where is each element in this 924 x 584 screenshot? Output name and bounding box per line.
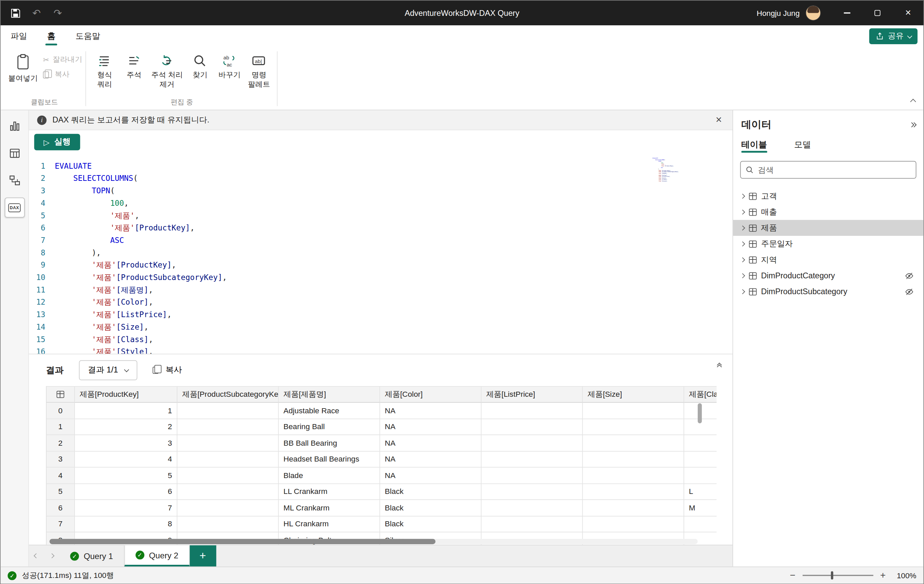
user-avatar[interactable]	[806, 5, 821, 21]
code-line[interactable]: 3 TOPN(	[29, 185, 733, 197]
code-line[interactable]: 4 100,	[29, 197, 733, 210]
menu-home[interactable]: 홈	[37, 25, 65, 46]
save-icon[interactable]	[7, 4, 24, 22]
column-header[interactable]: 제품[ProductKey]	[75, 387, 177, 402]
column-header[interactable]: 제품[ProductSubcategoryKey]	[177, 387, 279, 402]
search-input[interactable]	[758, 165, 911, 174]
table-item[interactable]: 제품	[733, 220, 923, 236]
user-name[interactable]: Hongju Jung	[757, 8, 800, 17]
tab-query-2[interactable]: ✓ Query 2	[124, 545, 190, 566]
table-item[interactable]: 고객	[733, 188, 923, 204]
ribbon-divider	[86, 51, 86, 106]
dax-query-view-icon[interactable]: DAX	[4, 197, 24, 217]
results-copy-button[interactable]: 복사	[152, 365, 182, 376]
run-button[interactable]: ▷ 실행	[34, 134, 80, 151]
banner-close-icon[interactable]: ×	[713, 114, 724, 126]
zoom-in-button[interactable]: +	[880, 570, 886, 581]
query-tabs-bar: ✓ Query 1 ✓ Query 2 +	[29, 545, 733, 567]
expand-chevron-icon[interactable]	[740, 226, 745, 230]
format-query-button[interactable]: 형식 쿼리	[90, 51, 119, 89]
uncomment-button[interactable]: 주석 처리 제거	[149, 51, 185, 89]
tab-model[interactable]: 모델	[794, 134, 811, 155]
code-line[interactable]: 1EVALUATE	[29, 160, 733, 172]
code-line[interactable]: 15 '제품'[Class],	[29, 333, 733, 346]
table-row[interactable]: 78HL CrankarmBlack	[46, 516, 717, 533]
zoom-out-button[interactable]: −	[790, 570, 795, 581]
table-row[interactable]: 01Adjustable RaceNA	[46, 403, 717, 419]
table-view-icon[interactable]	[4, 143, 24, 163]
expand-chevron-icon[interactable]	[740, 194, 745, 199]
code-line[interactable]: 16 '제품'[Style],	[29, 346, 733, 354]
code-line[interactable]: 9 '제품'[ProductKey],	[29, 259, 733, 271]
column-header[interactable]: 제품[Class]	[684, 387, 717, 402]
table-row[interactable]: 45BladeNA	[46, 468, 717, 484]
column-header[interactable]: 제품[Color]	[380, 387, 482, 402]
replace-button[interactable]: abac 바꾸기	[215, 51, 244, 80]
zoom-slider-thumb[interactable]	[831, 571, 833, 579]
table-row[interactable]: 23BB Ball BearingNA	[46, 435, 717, 452]
table-item[interactable]: 주문일자	[733, 236, 923, 251]
redo-icon[interactable]: ↷	[49, 4, 66, 22]
undo-icon[interactable]: ↶	[28, 4, 45, 22]
tab-tables[interactable]: 테이블	[741, 134, 767, 155]
comment-button[interactable]: 주석	[119, 51, 149, 80]
cut-button[interactable]: ✂ 잘라내기	[43, 55, 82, 65]
column-header[interactable]: 제품[Size]	[583, 387, 684, 402]
code-line[interactable]: 8 ),	[29, 246, 733, 259]
paste-button[interactable]: 붙여넣기	[7, 51, 40, 84]
report-view-icon[interactable]	[4, 116, 24, 136]
table-item[interactable]: 매출	[733, 204, 923, 220]
minimap[interactable]: EVALUATE SELECTCOLUMNS( TOPN( 100, '제품',…	[652, 157, 684, 182]
column-header[interactable]: 제품[제품명]	[279, 387, 380, 402]
maximize-button[interactable]	[862, 1, 893, 25]
collapse-pane-icon[interactable]	[911, 123, 915, 127]
share-button[interactable]: 공유	[869, 28, 917, 44]
close-button[interactable]: ×	[893, 1, 923, 25]
table-item[interactable]: DimProductSubcategory	[733, 284, 923, 299]
results-horizontal-scrollbar[interactable]	[50, 539, 698, 544]
expand-chevron-icon[interactable]	[740, 289, 745, 294]
menu-file[interactable]: 파일	[1, 25, 37, 46]
find-button[interactable]: 찾기	[185, 51, 215, 80]
search-box[interactable]	[740, 161, 916, 179]
table-cell	[177, 403, 279, 419]
table-cell: NA	[380, 403, 482, 419]
code-line[interactable]: 5 '제품',	[29, 209, 733, 222]
zoom-slider[interactable]	[802, 575, 873, 576]
table-item[interactable]: DimProductCategory	[733, 268, 923, 283]
new-query-button[interactable]: +	[190, 545, 216, 566]
results-pager-dropdown[interactable]: 결과 1/1	[79, 360, 137, 380]
dax-editor[interactable]: 1EVALUATE2 SELECTCOLUMNS(3 TOPN(4 100,5 …	[29, 154, 733, 354]
table-row[interactable]: 34Headset Ball BearingsNA	[46, 452, 717, 468]
tabs-prev-icon[interactable]	[29, 545, 44, 566]
table-item[interactable]: 지역	[733, 251, 923, 268]
expand-chevron-icon[interactable]	[740, 210, 745, 214]
command-palette-button[interactable]: ab| 명령 팔레트	[244, 51, 274, 89]
copy-button[interactable]: 복사	[43, 69, 82, 79]
expand-chevron-icon[interactable]	[740, 242, 745, 246]
column-header[interactable]: 제품[ListPrice]	[482, 387, 583, 402]
table-cell: Black	[380, 484, 482, 500]
expand-chevron-icon[interactable]	[740, 257, 745, 262]
minimize-button[interactable]	[832, 1, 862, 25]
model-view-icon[interactable]	[4, 170, 24, 190]
menu-help[interactable]: 도움말	[65, 25, 110, 46]
table-row[interactable]: 56LL CrankarmBlackL	[46, 484, 717, 500]
tabs-next-icon[interactable]	[44, 545, 59, 566]
ribbon-collapse-icon[interactable]	[910, 99, 916, 104]
results-vertical-scrollbar[interactable]	[698, 403, 703, 521]
expand-chevron-icon[interactable]	[740, 273, 745, 278]
code-line[interactable]: 2 SELECTCOLUMNS(	[29, 172, 733, 185]
table-row[interactable]: 12Bearing BallNA	[46, 419, 717, 435]
code-line[interactable]: 11 '제품'[제품명],	[29, 284, 733, 296]
table-cell	[177, 468, 279, 484]
code-line[interactable]: 6 '제품'[ProductKey],	[29, 222, 733, 234]
results-collapse-icon[interactable]	[718, 364, 721, 367]
code-line[interactable]: 7 ASC	[29, 234, 733, 247]
tab-query-1[interactable]: ✓ Query 1	[59, 545, 124, 566]
table-row[interactable]: 67ML CrankarmBlackM	[46, 500, 717, 516]
code-line[interactable]: 10 '제품'[ProductSubcategoryKey],	[29, 271, 733, 284]
code-line[interactable]: 12 '제품'[Color],	[29, 296, 733, 308]
code-line[interactable]: 13 '제품'[ListPrice],	[29, 308, 733, 321]
code-line[interactable]: 14 '제품'[Size],	[29, 321, 733, 333]
